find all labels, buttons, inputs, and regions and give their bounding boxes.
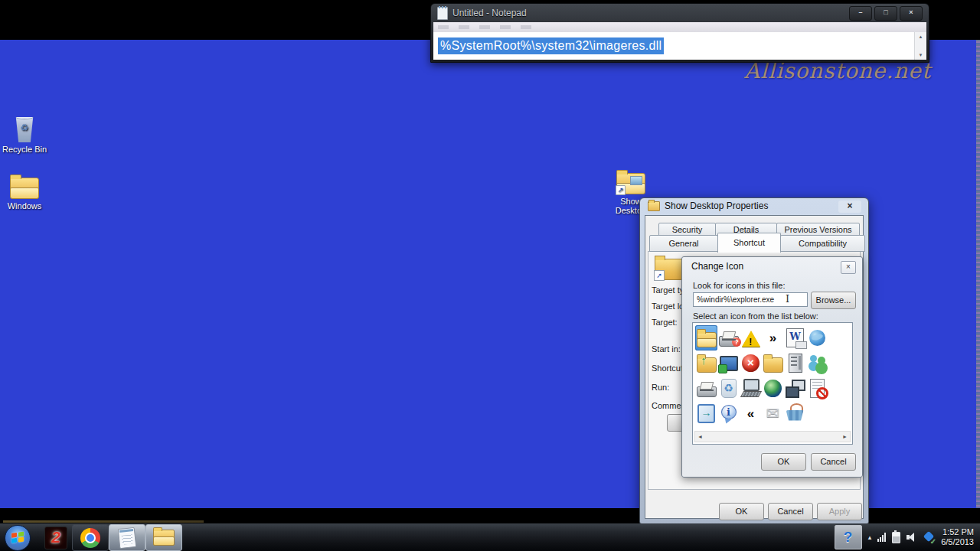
windows-logo-icon — [11, 532, 24, 544]
video-edge-artifact — [976, 40, 980, 508]
maximize-button[interactable]: □ — [874, 6, 897, 21]
taskbar-explorer-button[interactable] — [145, 524, 182, 551]
hidden-icons-button[interactable]: ▴ — [868, 533, 872, 541]
recycle-icon[interactable]: ♻ — [717, 376, 740, 401]
folder-icon[interactable] — [762, 350, 784, 376]
dropbox-icon[interactable] — [923, 532, 935, 543]
browse-button[interactable]: Browse... — [811, 292, 856, 309]
earth-icon[interactable] — [762, 376, 784, 401]
dialog-folder-icon — [648, 201, 660, 211]
clock[interactable]: 1:52 PM 6/5/2013 — [941, 527, 974, 547]
chrome-icon — [80, 528, 100, 548]
notepad-titlebar[interactable]: Untitled - Notepad – □ × — [431, 4, 929, 22]
battery-icon[interactable] — [892, 532, 900, 543]
volume-icon[interactable] — [906, 532, 917, 543]
change-icon-cancel-button[interactable]: Cancel — [811, 453, 856, 471]
error-icon[interactable]: × — [740, 350, 762, 376]
icon-list-hscrollbar[interactable]: ◄ ► — [694, 431, 851, 442]
icon-grid: ?!»W↑×♻→i«✉ — [693, 323, 833, 426]
ok-button[interactable]: OK — [719, 503, 764, 520]
icon-list-label: Select an icon from the list below: — [693, 311, 818, 321]
tab-general[interactable]: General — [649, 235, 718, 252]
notepad-text-area[interactable]: %SystemRoot%\system32\imageres.dll ▲ ▼ — [433, 32, 926, 60]
change-icon-dialog[interactable]: Change Icon × Look for icons in this fil… — [681, 256, 863, 478]
apply-button[interactable]: Apply — [817, 503, 862, 520]
scroll-down-icon[interactable]: ▼ — [919, 53, 923, 57]
properties-close-button[interactable]: × — [838, 201, 861, 213]
basket-icon[interactable] — [784, 401, 806, 426]
globe-network-icon[interactable] — [806, 325, 828, 350]
windows-stack-icon[interactable] — [784, 376, 806, 401]
screen: ♻ Recycle Bin Windows ➚ Show Desktop All… — [0, 0, 980, 551]
write-document-icon[interactable]: W — [784, 325, 806, 350]
game-icon: 2 — [45, 528, 67, 546]
server-icon[interactable] — [784, 350, 806, 376]
windows-folder-icon[interactable] — [10, 178, 39, 199]
properties-title: Show Desktop Properties — [665, 201, 768, 211]
scroll-up-icon[interactable]: ▲ — [919, 34, 923, 39]
notepad-menubar[interactable] — [433, 22, 926, 33]
taskbar-chrome-button[interactable] — [72, 524, 109, 551]
shortcut-arrow-icon: ➚ — [654, 270, 665, 281]
computer-icon[interactable] — [740, 376, 762, 401]
mail-icon[interactable]: ✉ — [762, 401, 784, 426]
monitor-settings-icon[interactable] — [717, 350, 740, 376]
show-desktop-icon[interactable]: ➚ — [616, 173, 645, 194]
users-icon[interactable] — [806, 350, 828, 376]
picture-thumb-icon — [630, 176, 642, 185]
target-label: Target: — [652, 318, 678, 327]
tab-compatibility[interactable]: Compatibility — [780, 235, 865, 252]
folder-open-icon[interactable] — [695, 325, 717, 350]
taskbar-notepad-button[interactable] — [109, 524, 145, 551]
chevron-left-icon[interactable]: « — [740, 401, 762, 426]
network-icon[interactable] — [877, 533, 886, 542]
shortcut-key-label: Shortcut — [652, 364, 683, 373]
change-icon-title: Change Icon — [691, 257, 743, 276]
hscroll-left-icon[interactable]: ◄ — [697, 434, 703, 439]
shortcut-folder-icon: ➚ — [655, 259, 682, 280]
recycle-bin-label: Recycle Bin — [0, 145, 49, 154]
selected-text[interactable]: %SystemRoot%\system32\imageres.dll — [438, 37, 664, 54]
notepad-icon — [118, 527, 137, 548]
windows-folder-shortcut[interactable]: Windows — [0, 178, 49, 210]
text-cursor: I — [786, 293, 789, 305]
clock-date: 6/5/2013 — [941, 537, 974, 547]
logoff-icon[interactable]: → — [695, 401, 717, 426]
chevron-right-icon[interactable]: » — [762, 325, 784, 350]
blocked-document-icon[interactable] — [806, 376, 828, 401]
close-button[interactable]: × — [900, 6, 923, 21]
window-edge-artifact — [3, 520, 204, 523]
shortcut-arrow-icon: ➚ — [616, 185, 626, 195]
minimize-button[interactable]: – — [849, 6, 872, 21]
printer-question-icon[interactable]: ? — [717, 325, 740, 350]
notepad-app-icon — [437, 7, 448, 20]
notepad-scrollbar[interactable]: ▲ ▼ — [914, 32, 926, 60]
recycle-glyph: ♻ — [14, 123, 35, 132]
taskbar-game-button[interactable]: 2 — [44, 527, 67, 549]
change-icon-close-button[interactable]: × — [841, 261, 856, 274]
cancel-button[interactable]: Cancel — [768, 503, 813, 520]
start-button[interactable] — [5, 525, 31, 551]
help-icon[interactable]: ? — [835, 525, 862, 549]
icon-list[interactable]: ?!»W↑×♻→i«✉ ◄ ► — [692, 322, 853, 445]
explorer-folder-icon — [153, 530, 175, 546]
notepad-window[interactable]: Untitled - Notepad – □ × %SystemRoot%\sy… — [430, 3, 929, 63]
taskbar[interactable]: 2 — [0, 523, 980, 551]
warning-icon[interactable]: ! — [740, 325, 762, 350]
clock-time: 1:52 PM — [941, 527, 974, 537]
printer-icon[interactable] — [695, 376, 717, 401]
tab-shortcut[interactable]: Shortcut — [717, 233, 781, 253]
file-path-input[interactable] — [693, 292, 808, 307]
start-in-label: Start in: — [652, 344, 681, 354]
recycle-bin-icon[interactable]: ♻ — [14, 115, 35, 142]
hscroll-right-icon[interactable]: ► — [842, 434, 848, 439]
recycle-bin-shortcut[interactable]: ♻ Recycle Bin — [0, 115, 49, 154]
change-icon-ok-button[interactable]: OK — [761, 453, 806, 471]
info-icon[interactable]: i — [717, 401, 740, 426]
folder-share-icon[interactable]: ↑ — [695, 350, 717, 376]
windows-folder-label: Windows — [0, 201, 49, 210]
notepad-title: Untitled - Notepad — [452, 8, 527, 18]
properties-titlebar[interactable]: Show Desktop Properties × — [640, 198, 868, 215]
target-type-label: Target ty — [652, 285, 684, 295]
system-tray[interactable]: ? ▴ 1:52 PM 6/5/2013 — [835, 523, 980, 551]
